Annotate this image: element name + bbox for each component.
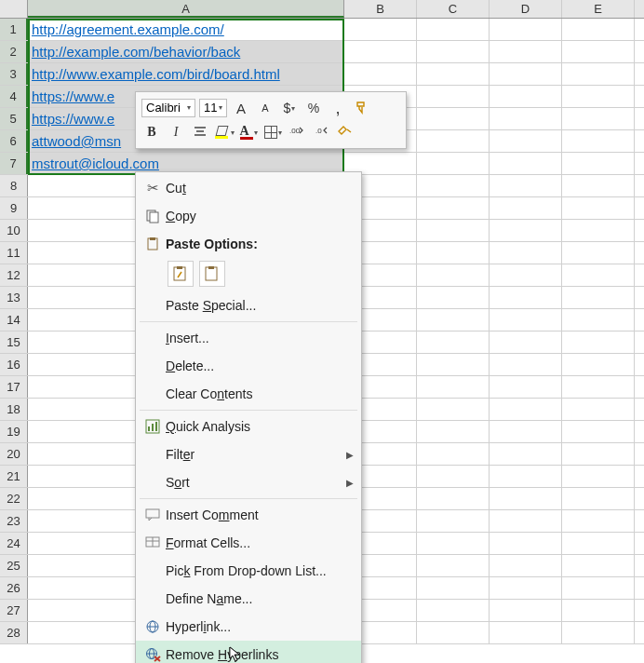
cell[interactable] — [417, 622, 490, 643]
font-size-combo[interactable]: 11▾ — [199, 99, 227, 117]
cell[interactable] — [417, 421, 490, 442]
cell[interactable] — [562, 175, 635, 196]
percent-format-button[interactable]: % — [303, 98, 324, 118]
hyperlink[interactable]: https://www.e — [32, 111, 114, 127]
cell[interactable] — [417, 443, 490, 465]
font-color-button[interactable]: A▾ — [238, 122, 259, 142]
cell[interactable] — [344, 19, 417, 40]
row-header[interactable]: 16 — [0, 354, 28, 375]
shrink-font-button[interactable]: A — [255, 98, 275, 118]
row-header[interactable]: 23 — [0, 510, 28, 532]
cell[interactable] — [490, 19, 562, 40]
row-header[interactable]: 3 — [0, 63, 28, 85]
cell[interactable] — [417, 242, 490, 264]
menu-item-quick-analysis[interactable]: Quick Analysis — [136, 413, 361, 440]
row-header[interactable]: 27 — [0, 600, 28, 621]
menu-item-insert[interactable]: Insert... — [136, 324, 361, 352]
menu-item-delete[interactable]: Delete... — [136, 352, 361, 380]
row-header[interactable]: 9 — [0, 197, 28, 219]
decrease-decimal-button[interactable]: .0 — [311, 122, 331, 142]
cell[interactable] — [417, 108, 490, 129]
cell[interactable] — [417, 130, 490, 152]
row-header[interactable]: 24 — [0, 533, 28, 554]
cell[interactable] — [490, 86, 562, 107]
cell[interactable] — [562, 41, 635, 62]
hyperlink[interactable]: https://www.e — [32, 88, 114, 104]
cell[interactable] — [562, 287, 635, 308]
cell[interactable] — [562, 220, 635, 241]
center-align-button[interactable] — [190, 122, 210, 142]
cell[interactable] — [490, 220, 562, 241]
cell[interactable] — [490, 287, 562, 308]
cell[interactable] — [562, 555, 635, 576]
paste-keep-source-button[interactable] — [168, 261, 194, 287]
cell[interactable] — [562, 354, 635, 375]
format-painter-button[interactable] — [352, 98, 372, 118]
cell[interactable] — [490, 309, 562, 331]
column-header-E[interactable]: E — [562, 0, 635, 18]
cell[interactable] — [490, 242, 562, 264]
cell[interactable] — [490, 622, 562, 643]
cell[interactable] — [417, 488, 490, 509]
cell[interactable] — [417, 510, 490, 532]
cell[interactable] — [490, 533, 562, 554]
column-header-B[interactable]: B — [344, 0, 417, 18]
cell[interactable] — [417, 600, 490, 621]
cell[interactable] — [562, 622, 635, 643]
menu-item-format-cells[interactable]: Format Cells... — [136, 529, 361, 557]
cell[interactable] — [562, 108, 635, 129]
cell[interactable] — [490, 153, 562, 174]
menu-item-pick-from-list[interactable]: Pick From Drop-down List... — [136, 557, 361, 585]
row-header[interactable]: 15 — [0, 332, 28, 353]
cell[interactable] — [417, 354, 490, 375]
hyperlink[interactable]: attwood@msn — [32, 133, 121, 149]
row-header[interactable]: 25 — [0, 555, 28, 576]
menu-item-insert-comment[interactable]: Insert Comment — [136, 501, 361, 529]
cell[interactable] — [562, 510, 635, 532]
cell[interactable] — [417, 153, 490, 174]
row-header[interactable]: 4 — [0, 86, 28, 107]
cell[interactable] — [562, 577, 635, 599]
cell[interactable] — [562, 19, 635, 40]
row-header[interactable]: 21 — [0, 466, 28, 487]
row-header[interactable]: 11 — [0, 242, 28, 264]
cell[interactable] — [344, 63, 417, 85]
row-header[interactable]: 7 — [0, 153, 28, 174]
column-header-A[interactable]: A — [28, 0, 344, 18]
cell[interactable] — [562, 264, 635, 286]
row-header[interactable]: 1 — [0, 19, 28, 40]
row-header[interactable]: 6 — [0, 130, 28, 152]
cell[interactable] — [562, 197, 635, 219]
column-header-D[interactable]: D — [490, 0, 562, 18]
hyperlink[interactable]: http://example.com/behavior/back — [32, 44, 240, 60]
cell[interactable]: http://agreement.example.com/ — [28, 19, 344, 40]
cell[interactable] — [490, 175, 562, 196]
comma-format-button[interactable]: , — [328, 98, 348, 118]
cell[interactable] — [417, 555, 490, 576]
cell[interactable] — [417, 19, 490, 40]
cell[interactable] — [490, 376, 562, 398]
grow-font-button[interactable]: A — [231, 98, 251, 118]
cell[interactable] — [562, 533, 635, 554]
cell[interactable]: http://example.com/behavior/back — [28, 41, 344, 62]
italic-button[interactable]: I — [166, 122, 186, 142]
cell[interactable] — [562, 421, 635, 442]
cell[interactable] — [562, 399, 635, 420]
cell[interactable] — [417, 63, 490, 85]
cell[interactable] — [562, 376, 635, 398]
cell[interactable] — [490, 466, 562, 487]
cell[interactable] — [490, 443, 562, 465]
row-header[interactable]: 22 — [0, 488, 28, 509]
cell[interactable] — [344, 41, 417, 62]
cell[interactable] — [562, 466, 635, 487]
cell[interactable] — [562, 332, 635, 353]
row-header[interactable]: 14 — [0, 309, 28, 331]
cell[interactable] — [562, 153, 635, 174]
format-painter-button-2[interactable] — [335, 122, 356, 142]
bold-button[interactable]: B — [141, 122, 162, 142]
paste-default-button[interactable] — [199, 261, 225, 287]
cell[interactable] — [562, 600, 635, 621]
cell[interactable] — [417, 86, 490, 107]
column-header-C[interactable]: C — [417, 0, 490, 18]
accounting-format-button[interactable]: $▾ — [279, 98, 300, 118]
